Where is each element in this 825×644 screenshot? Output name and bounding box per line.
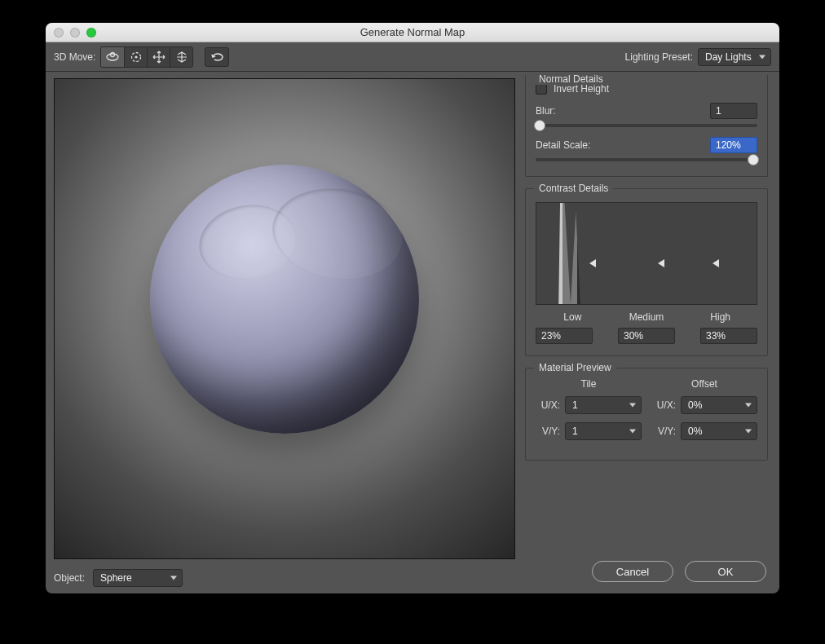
offset-ux-label: U/X: [651,399,676,411]
material-preview-group: Material Preview Tile U/X: 1 V/Y: 1 [525,368,768,461]
tile-ux-select[interactable]: 1 [565,396,642,414]
detail-scale-input[interactable]: 120% [710,137,757,153]
object-value: Sphere [100,572,132,584]
tile-ux-label: U/X: [536,399,560,411]
ok-button[interactable]: OK [685,561,766,582]
contrast-histogram[interactable] [536,202,757,305]
offset-vy-select[interactable]: 0% [681,422,757,440]
normal-details-group: Normal Details Invert Height Blur: 1 Det… [525,75,768,177]
offset-vy-label: V/Y: [651,426,676,437]
titlebar: Generate Normal Map [46,23,779,42]
3d-move-tool-group [100,46,193,68]
contrast-low-label: Low [536,311,610,323]
tile-vy-label: V/Y: [536,426,560,437]
left-panel: Object: Sphere [46,72,518,593]
minimize-window-button[interactable] [70,28,80,37]
detail-scale-slider-thumb[interactable] [748,154,759,165]
lighting-preset-value: Day Lights [705,51,752,63]
blur-slider-thumb[interactable] [534,120,545,131]
lighting-preset-select[interactable]: Day Lights [698,48,771,66]
svg-point-3 [135,55,137,58]
offset-column: Offset U/X: 0% V/Y: 0% [651,377,757,448]
cancel-button[interactable]: Cancel [592,561,673,582]
object-label: Object: [54,572,85,584]
invert-height-checkbox[interactable] [536,83,547,95]
material-preview-title: Material Preview [534,362,616,373]
offset-title: Offset [651,378,757,390]
object-select[interactable]: Sphere [93,569,183,587]
contrast-details-group: Contrast Details Low Medium High 23% 30%… [525,188,768,356]
window-title: Generate Normal Map [46,26,779,38]
zoom-window-button[interactable] [86,28,96,37]
dialog-body: Object: Sphere Normal Details Invert Hei… [46,72,779,593]
tile-title: Tile [536,378,642,390]
detail-scale-label: Detail Scale: [536,139,590,151]
offset-ux-select[interactable]: 0% [681,396,757,414]
contrast-low-input[interactable]: 23% [536,328,593,344]
preview-sphere [150,165,419,434]
contrast-marker-low[interactable] [589,259,596,267]
slide-tool-button[interactable] [170,47,192,67]
contrast-high-label: High [683,311,757,323]
pan-tool-button[interactable] [147,47,170,67]
detail-scale-slider[interactable] [536,158,757,161]
histogram-bars [551,203,589,304]
roll-tool-button[interactable] [124,47,147,67]
contrast-details-title: Contrast Details [534,183,613,194]
dialog-footer: Cancel OK [525,558,768,587]
tile-column: Tile U/X: 1 V/Y: 1 [536,377,642,448]
lighting-preset-label: Lighting Preset: [625,51,693,63]
contrast-medium-label: Medium [610,311,684,323]
undo-button[interactable] [205,47,229,67]
close-window-button[interactable] [54,28,64,37]
normal-details-title: Normal Details [534,73,608,85]
blur-label: Blur: [536,105,556,117]
blur-slider[interactable] [536,124,757,127]
invert-height-label: Invert Height [554,83,609,95]
contrast-medium-input[interactable]: 30% [618,328,675,344]
right-panel: Normal Details Invert Height Blur: 1 Det… [518,72,779,593]
dialog-window: Generate Normal Map 3D Move: Lighting Pr… [46,23,779,593]
orbit-tool-button[interactable] [101,47,124,67]
window-controls [54,28,96,37]
contrast-marker-medium[interactable] [658,259,664,267]
tile-vy-select[interactable]: 1 [565,422,642,440]
3d-move-label: 3D Move: [54,51,95,63]
contrast-marker-high[interactable] [712,259,719,267]
blur-input[interactable]: 1 [710,103,757,119]
contrast-high-input[interactable]: 33% [700,328,757,344]
svg-point-1 [111,52,115,56]
toolbar: 3D Move: Lighting Preset: Day Lights [46,42,779,72]
preview-viewport[interactable] [54,78,515,559]
